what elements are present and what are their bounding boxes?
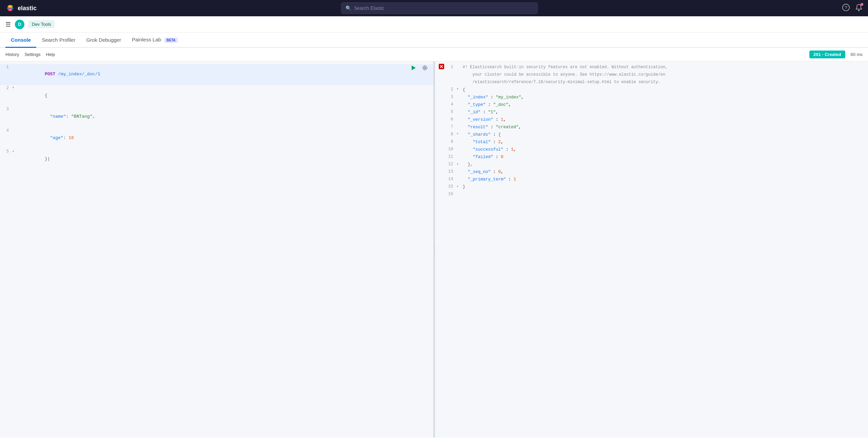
help-button[interactable]: Help bbox=[46, 52, 55, 57]
history-button[interactable]: History bbox=[5, 52, 19, 57]
line-content-5: }| bbox=[17, 149, 433, 170]
search-placeholder: Search Elastic bbox=[354, 5, 384, 11]
result-line-5: 5 "_id" : "1", bbox=[445, 109, 868, 116]
settings-button[interactable]: Settings bbox=[24, 52, 40, 57]
result-content-14: "_primary_term" : 1 bbox=[461, 176, 868, 183]
line-content-3: "name": "BNTang", bbox=[17, 106, 433, 127]
result-line-num-5: 5 bbox=[445, 109, 457, 115]
tabs-bar: Console Search Profiler Grok Debugger Pa… bbox=[0, 33, 868, 48]
line-content-4: "age": 18 bbox=[17, 128, 433, 149]
result-line-4: 4 "_type" : "_doc", bbox=[445, 101, 868, 109]
result-line-num-11: 11 bbox=[445, 154, 457, 160]
result-line-num-6: 6 bbox=[445, 116, 457, 123]
result-line-9: 9 "total" : 2, bbox=[445, 139, 868, 146]
result-line-2: 2 ▾ { bbox=[445, 87, 868, 94]
clear-result-button[interactable] bbox=[438, 63, 445, 71]
line-number-2: 2 bbox=[0, 85, 12, 92]
search-icon: 🔍 bbox=[346, 5, 351, 11]
close-brace: }| bbox=[45, 156, 50, 161]
result-line-6: 6 "_version" : 1, bbox=[445, 116, 868, 124]
editor-actions bbox=[409, 63, 429, 72]
user-avatar-badge[interactable]: D bbox=[15, 20, 24, 29]
tab-search-profiler[interactable]: Search Profiler bbox=[36, 33, 81, 48]
result-line-16: 16 bbox=[445, 191, 868, 198]
dev-tools-breadcrumb[interactable]: Dev Tools bbox=[28, 20, 55, 28]
search-bar-container: 🔍 Search Elastic bbox=[41, 2, 838, 14]
result-line-num-2: 2 bbox=[445, 87, 457, 93]
tab-painless-lab[interactable]: Painless Lab BETA bbox=[126, 33, 183, 48]
result-content-16 bbox=[461, 191, 868, 198]
result-line-num-13: 13 bbox=[445, 169, 457, 175]
result-content-13: "_seq_no" : 0, bbox=[461, 169, 868, 175]
code-editor[interactable]: 1 POST /my_index/_doc/1 2 ▾ { 3 "name bbox=[0, 61, 433, 173]
help-circle-icon[interactable]: ? bbox=[842, 4, 850, 13]
result-line-num-1b: 1 bbox=[445, 72, 457, 78]
elastic-logo[interactable]: elastic bbox=[5, 3, 37, 13]
run-button[interactable] bbox=[409, 63, 418, 72]
result-line-num-8: 8 bbox=[445, 131, 457, 138]
result-content-9: "total" : 2, bbox=[461, 139, 868, 146]
tab-console[interactable]: Console bbox=[5, 33, 36, 48]
svg-point-4 bbox=[8, 6, 12, 8]
line-number-1: 1 bbox=[0, 64, 12, 71]
result-content-8: "_shards" : { bbox=[461, 131, 868, 138]
result-content-2: { bbox=[461, 87, 868, 93]
top-navigation: elastic 🔍 Search Elastic ? bbox=[0, 0, 868, 16]
result-content-10: "successful" : 1, bbox=[461, 146, 868, 153]
svg-point-8 bbox=[858, 10, 860, 11]
hamburger-menu-icon[interactable]: ☰ bbox=[5, 21, 11, 28]
result-fold-2[interactable]: ▾ bbox=[457, 87, 461, 92]
result-line-num-15: 15 bbox=[445, 184, 457, 190]
tab-grok-debugger[interactable]: Grok Debugger bbox=[81, 33, 126, 48]
open-brace: { bbox=[45, 93, 47, 98]
result-line-10: 10 "successful" : 1, bbox=[445, 146, 868, 154]
beta-badge: BETA bbox=[164, 38, 177, 43]
search-bar[interactable]: 🔍 Search Elastic bbox=[341, 2, 538, 14]
result-content-11: "failed" : 0 bbox=[461, 154, 868, 160]
line-number-3: 3 bbox=[0, 106, 12, 113]
fold-5[interactable]: ▴ bbox=[12, 149, 17, 154]
result-line-15: 15 ▴ } bbox=[445, 184, 868, 191]
method-keyword: POST bbox=[45, 72, 55, 77]
result-line-num-1: 1 bbox=[445, 64, 457, 71]
editor-pane[interactable]: 1 POST /my_index/_doc/1 2 ▾ { 3 "name bbox=[0, 61, 434, 438]
result-pane[interactable]: 1 #! Elasticsearch built-in security fea… bbox=[435, 61, 868, 438]
nav-icons: ? bbox=[842, 4, 863, 13]
result-line-num-4: 4 bbox=[445, 101, 457, 108]
svg-point-5 bbox=[8, 9, 12, 11]
wrench-button[interactable] bbox=[420, 63, 429, 72]
notification-bell-icon[interactable] bbox=[855, 4, 863, 13]
result-content-comment3: /elasticsearch/reference/7.16/security-m… bbox=[461, 79, 868, 85]
result-fold-8[interactable]: ▾ bbox=[457, 131, 461, 137]
main-content: 1 POST /my_index/_doc/1 2 ▾ { 3 "name bbox=[0, 61, 868, 438]
result-code-area: 1 #! Elasticsearch built-in security fea… bbox=[435, 61, 868, 201]
result-content-comment1: #! Elasticsearch built-in security featu… bbox=[461, 64, 868, 71]
result-line-11: 11 "failed" : 0 bbox=[445, 154, 868, 161]
result-fold-15[interactable]: ▴ bbox=[457, 184, 461, 189]
result-content-6: "_version" : 1, bbox=[461, 116, 868, 123]
sub-toolbar: History Settings Help 201 - Created 60 m… bbox=[0, 48, 868, 61]
result-line-num-10: 10 bbox=[445, 146, 457, 153]
result-line-num-3: 3 bbox=[445, 94, 457, 100]
result-fold-12[interactable]: ▴ bbox=[457, 161, 461, 167]
result-content-12: }, bbox=[461, 161, 868, 168]
result-content-5: "_id" : "1", bbox=[461, 109, 868, 116]
elastic-logo-icon bbox=[5, 3, 15, 13]
line-content-1: POST /my_index/_doc/1 bbox=[17, 64, 433, 85]
result-line-7: 7 "result" : "created", bbox=[445, 124, 868, 131]
result-content-15: } bbox=[461, 184, 868, 190]
result-line-14: 14 "_primary_term" : 1 bbox=[445, 176, 868, 184]
line-number-4: 4 bbox=[0, 128, 12, 134]
notification-dot bbox=[861, 3, 863, 6]
value-age: 18 bbox=[68, 135, 74, 140]
svg-marker-9 bbox=[412, 65, 416, 70]
result-line-num-12: 12 bbox=[445, 161, 457, 168]
svg-text:?: ? bbox=[845, 5, 847, 10]
result-line-12: 12 ▴ }, bbox=[445, 161, 868, 169]
editor-line-5: 5 ▴ }| bbox=[0, 149, 433, 170]
path-value: /my_index/_doc/1 bbox=[58, 72, 100, 77]
status-badge: 201 - Created bbox=[809, 51, 845, 58]
fold-2[interactable]: ▾ bbox=[12, 85, 17, 91]
result-content-7: "result" : "created", bbox=[461, 124, 868, 131]
line-content-2: { bbox=[17, 85, 433, 106]
